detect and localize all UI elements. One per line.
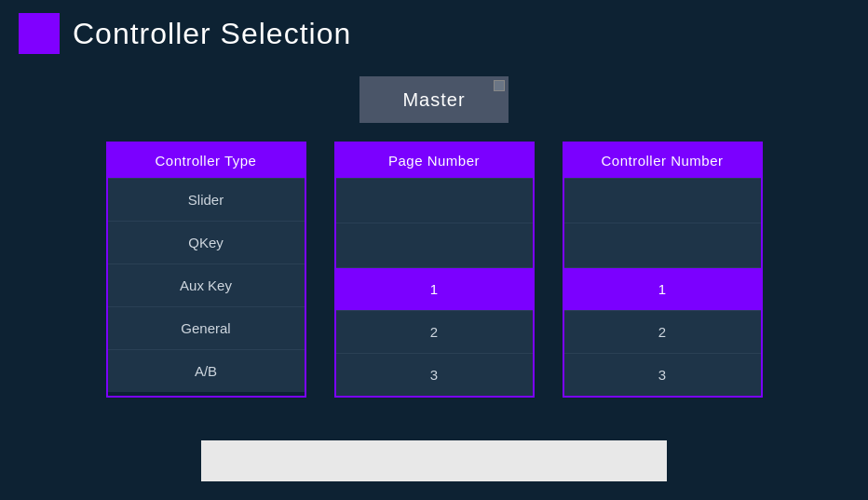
controller-number-table: Controller Number 1 2 3 <box>563 142 763 398</box>
page-number-header: Page Number <box>336 143 533 178</box>
controller-type-table: Controller Type Slider QKey Aux Key Gene… <box>106 142 306 398</box>
bottom-bar <box>201 440 667 481</box>
table-row[interactable]: A/B <box>108 349 305 392</box>
title-accent <box>19 13 60 54</box>
table-row[interactable]: 2 <box>336 310 533 353</box>
table-row[interactable]: 2 <box>564 310 761 353</box>
table-row[interactable]: 1 <box>564 267 761 310</box>
table-row[interactable]: Aux Key <box>108 264 305 306</box>
controller-number-header: Controller Number <box>564 143 761 178</box>
table-row[interactable]: Slider <box>108 178 305 221</box>
table-row[interactable]: QKey <box>108 221 305 264</box>
table-row[interactable] <box>336 223 533 267</box>
title-bar: Controller Selection <box>0 0 868 67</box>
master-container: Master <box>0 76 868 123</box>
table-row[interactable]: 1 <box>336 267 533 310</box>
page-title: Controller Selection <box>73 17 351 51</box>
controller-type-header: Controller Type <box>108 143 305 178</box>
master-button[interactable]: Master <box>359 76 509 123</box>
page-number-table: Page Number 1 2 3 <box>334 142 535 398</box>
table-row[interactable] <box>336 178 533 223</box>
table-row[interactable]: 3 <box>564 353 761 396</box>
tables-container: Controller Type Slider QKey Aux Key Gene… <box>0 142 868 398</box>
table-row[interactable] <box>564 223 761 267</box>
table-row[interactable] <box>564 178 761 223</box>
table-row[interactable]: General <box>108 306 305 349</box>
table-row[interactable]: 3 <box>336 353 533 396</box>
